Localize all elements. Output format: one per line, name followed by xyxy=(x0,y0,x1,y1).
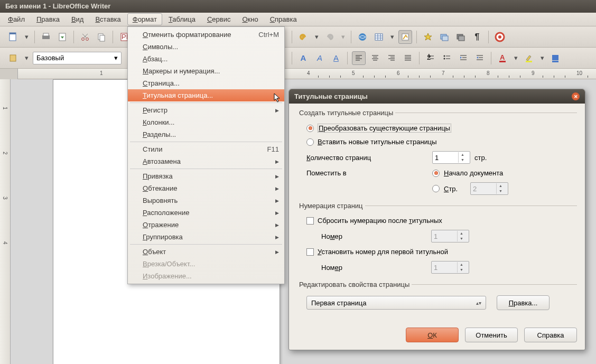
paragraph-style-combo[interactable]: Базовый▾ xyxy=(33,52,122,64)
undo-icon[interactable] xyxy=(296,30,310,44)
underline-text-icon[interactable]: A xyxy=(329,51,343,65)
dropdown-arrow-icon[interactable]: ▾ xyxy=(388,33,396,41)
italic-text-icon[interactable]: A xyxy=(313,51,327,65)
bg-color-icon[interactable] xyxy=(548,51,562,65)
checkbox-set-number[interactable]: Установить номер для первой титульной xyxy=(297,245,577,258)
menu-item[interactable]: Страница... xyxy=(128,77,284,89)
gallery-icon[interactable] xyxy=(437,30,451,44)
dropdown-arrow-icon[interactable]: ▾ xyxy=(23,54,30,62)
menu-item[interactable]: Регистр▶ xyxy=(128,104,284,116)
page-style-combo[interactable]: Первая страница▴▾ xyxy=(306,296,486,310)
menu-item[interactable]: Абзац... xyxy=(128,53,284,65)
menu-справка[interactable]: Справка xyxy=(265,13,302,25)
group-create-label: Создать титульные страницы xyxy=(297,109,395,117)
menu-файл[interactable]: Файл xyxy=(3,13,30,25)
pages-count-input[interactable] xyxy=(433,153,458,163)
menu-item[interactable]: Привязка▶ xyxy=(128,170,284,182)
show-draw-icon[interactable] xyxy=(398,30,412,44)
redo-icon[interactable] xyxy=(323,30,337,44)
menu-item[interactable]: Автозамена▶ xyxy=(128,155,284,167)
menu-item[interactable]: Отменить форматированиеCtrl+M xyxy=(128,29,284,41)
menu-сервис[interactable]: Сервис xyxy=(202,13,236,25)
bold-text-icon[interactable]: A xyxy=(296,51,310,65)
svg-rect-1 xyxy=(10,33,16,34)
help-button[interactable]: Справка xyxy=(524,328,577,342)
menu-таблица[interactable]: Таблица xyxy=(163,13,201,25)
dropdown-arrow-icon[interactable]: ▾ xyxy=(538,54,546,62)
print-icon[interactable] xyxy=(39,30,53,44)
combo-arrows-icon: ▴▾ xyxy=(476,300,481,306)
navigator-icon[interactable] xyxy=(421,30,435,44)
ruler-horizontal-right: 45678910 xyxy=(285,69,596,79)
radio-insert-new[interactable]: Вставить новые титульные страницы xyxy=(297,135,577,148)
menu-правка[interactable]: Правка xyxy=(31,13,65,25)
menu-вставка[interactable]: Вставка xyxy=(90,13,126,25)
menu-item[interactable]: Обтекание▶ xyxy=(128,182,284,194)
spin-down-icon[interactable]: ▼ xyxy=(459,157,467,163)
align-right-icon[interactable] xyxy=(385,51,398,65)
dropdown-arrow-icon[interactable]: ▾ xyxy=(339,33,347,41)
dropdown-arrow-icon[interactable]: ▾ xyxy=(23,33,30,41)
menu-item[interactable]: Титульная страница... xyxy=(128,89,284,101)
table-icon[interactable] xyxy=(372,30,386,44)
spin-up-icon[interactable]: ▲ xyxy=(459,152,467,157)
menu-item[interactable]: Выровнять▶ xyxy=(128,194,284,207)
align-justify-icon[interactable] xyxy=(401,51,415,65)
menu-item: Изображение... xyxy=(128,270,284,282)
export-pdf-icon[interactable] xyxy=(55,30,69,44)
nonprint-icon[interactable]: ¶ xyxy=(470,30,484,44)
menu-item[interactable]: Группировка▶ xyxy=(128,231,284,243)
hyperlink-icon[interactable] xyxy=(356,30,369,44)
help-button-label: Справка xyxy=(537,331,564,339)
checkbox-reset-numbering[interactable]: Сбросить нумерацию после титульных xyxy=(297,214,577,227)
data-sources-icon[interactable] xyxy=(454,30,468,44)
help-icon[interactable] xyxy=(493,30,507,44)
styles-icon[interactable] xyxy=(6,51,20,65)
align-left-icon[interactable] xyxy=(352,51,366,65)
menu-item[interactable]: Разделы... xyxy=(128,128,284,141)
toolbar-standard-right: ▾ ▾ ▾ ¶ xyxy=(285,26,596,48)
first-number-input xyxy=(432,263,457,273)
pages-count-spinbox[interactable]: ▲▼ xyxy=(432,151,470,164)
cancel-button[interactable]: Отменить xyxy=(465,328,518,342)
menu-item[interactable]: СтилиF11 xyxy=(128,143,284,155)
menu-вид[interactable]: Вид xyxy=(66,13,89,25)
align-center-icon[interactable] xyxy=(368,51,382,65)
radio-doc-start[interactable] xyxy=(432,170,440,177)
radio-convert-existing[interactable]: Преобразовать существующие страницы xyxy=(297,121,577,135)
menu-item[interactable]: Символы... xyxy=(128,41,284,53)
menu-формат[interactable]: Формат xyxy=(127,13,162,25)
close-icon[interactable]: ✕ xyxy=(572,92,580,100)
indent-dec-icon[interactable] xyxy=(473,51,487,65)
menu-item[interactable]: Расположение▶ xyxy=(128,207,284,219)
svg-point-24 xyxy=(498,35,501,39)
radio-page-number[interactable] xyxy=(432,185,440,192)
numbering-icon[interactable]: 12 xyxy=(424,51,437,65)
svg-rect-11 xyxy=(10,55,16,61)
reset-number-input xyxy=(432,231,457,241)
new-doc-icon[interactable] xyxy=(6,30,20,44)
menu-item[interactable]: Колонки... xyxy=(128,116,284,128)
place-at-label: Поместить в xyxy=(306,169,428,177)
indent-inc-icon[interactable] xyxy=(457,51,470,65)
font-color-icon[interactable]: A xyxy=(496,51,509,65)
ruler-corner xyxy=(0,69,18,79)
highlight-icon[interactable] xyxy=(522,51,536,65)
dropdown-arrow-icon[interactable]: ▾ xyxy=(313,33,320,41)
svg-rect-56 xyxy=(499,61,506,62)
menu-item[interactable]: Объект▶ xyxy=(128,246,284,258)
menu-окно[interactable]: Окно xyxy=(237,13,263,25)
menu-item[interactable]: Отражение▶ xyxy=(128,219,284,231)
dropdown-arrow-icon[interactable]: ▾ xyxy=(512,54,519,62)
number-label-1: Номер xyxy=(321,232,427,240)
copy-icon[interactable] xyxy=(95,30,108,44)
svg-rect-20 xyxy=(442,36,448,41)
edit-button[interactable]: Правка... xyxy=(497,295,550,310)
cut-icon[interactable] xyxy=(78,30,92,44)
ok-button[interactable]: ОК xyxy=(406,328,459,342)
checkbox-icon xyxy=(306,248,314,256)
menubar: ФайлПравкаВидВставкаФорматТаблицаСервисО… xyxy=(0,13,596,26)
bullets-icon[interactable] xyxy=(440,51,454,65)
menu-item[interactable]: Маркеры и нумерация... xyxy=(128,65,284,77)
spin-down-icon: ▼ xyxy=(497,189,505,194)
